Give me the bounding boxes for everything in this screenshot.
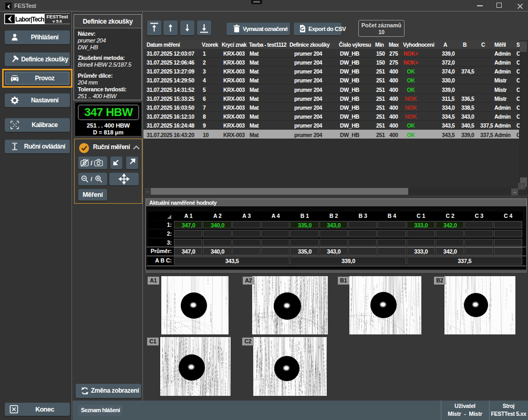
svg-text:/: / bbox=[91, 176, 92, 182]
svg-text:/: / bbox=[91, 160, 93, 167]
